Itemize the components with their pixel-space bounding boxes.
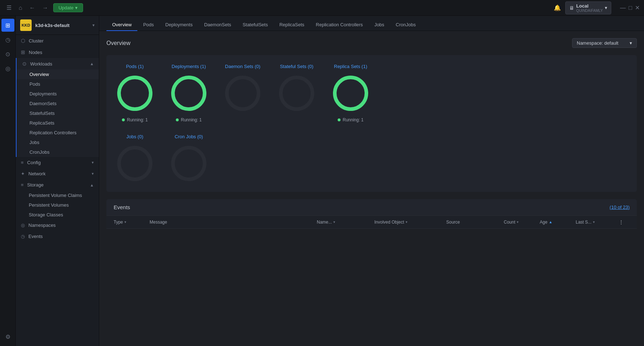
sidebar-child-replicasets[interactable]: ReplicaSets: [17, 118, 99, 128]
col-header-involved[interactable]: Involved Object ▾: [374, 220, 446, 225]
sidebar-item-namespaces[interactable]: ◎ Namespaces: [16, 220, 99, 231]
bell-icon[interactable]: 🔔: [554, 4, 561, 11]
col-header-name[interactable]: Name... ▾: [317, 220, 374, 225]
col-header-age[interactable]: Age ▲: [540, 220, 576, 225]
col-header-last[interactable]: Last S... ▾: [576, 220, 619, 225]
namespace-chevron-icon: ▾: [630, 40, 632, 46]
icon-sidebar-item-3[interactable]: ⊙: [1, 48, 14, 60]
sidebar-item-storage[interactable]: ≡ Storage ▲: [16, 179, 99, 190]
col-header-type[interactable]: Type ▾: [114, 220, 150, 225]
events-icon: ◷: [21, 234, 25, 239]
col-header-count[interactable]: Count ▾: [504, 220, 540, 225]
chart-jobs-title[interactable]: Jobs (0): [127, 134, 143, 139]
sidebar-events-label: Events: [28, 234, 43, 239]
events-count-link[interactable]: 23: [623, 205, 628, 210]
update-chevron: ▾: [75, 5, 78, 10]
chart-cronjobs-title[interactable]: Cron Jobs (0): [175, 134, 203, 139]
tab-overview[interactable]: Overview: [106, 19, 137, 31]
titlebar-right: 🔔 🖥 Local QUINDAIFAMLY ▾ — □ ✕: [554, 1, 640, 14]
charts-grid: Pods (1) Running: 1: [106, 55, 637, 192]
chart-deployments-title[interactable]: Deployments (1): [172, 64, 206, 69]
age-sort-icon: ▲: [549, 220, 552, 224]
tab-jobs[interactable]: Jobs: [369, 19, 390, 31]
more-options-icon[interactable]: ⋮: [619, 219, 624, 225]
restore-button[interactable]: □: [629, 5, 632, 11]
tab-replication-controllers[interactable]: Replication Controllers: [310, 19, 369, 31]
svg-point-8: [119, 148, 151, 179]
sidebar-child-pv[interactable]: Persistent Volumes: [16, 200, 99, 210]
main-layout: ⊞ ◷ ⊙ ◎ ⚙ KKD k3d-k3s-default ▾ ⬡ Cluste…: [0, 16, 644, 346]
icon-sidebar-item-2[interactable]: ◷: [1, 33, 14, 46]
events-title: Events: [114, 204, 130, 210]
selector-chevron-icon: ▾: [605, 5, 607, 10]
sidebar-child-storage-classes[interactable]: Storage Classes: [16, 210, 99, 220]
donut-deployments: [169, 73, 209, 113]
local-cluster-selector[interactable]: 🖥 Local QUINDAIFAMLY ▾: [565, 1, 612, 14]
home-button[interactable]: ⌂: [17, 4, 24, 12]
sidebar-child-jobs[interactable]: Jobs: [17, 138, 99, 147]
workloads-icon: ⊙: [22, 61, 27, 67]
donut-cronjobs: [169, 144, 209, 183]
chart-statefulsets-title[interactable]: Stateful Sets (0): [280, 64, 313, 69]
col-last-label: Last S...: [576, 220, 592, 225]
sidebar-child-cronjobs[interactable]: CronJobs: [17, 147, 99, 157]
tab-daemonsets[interactable]: DaemonSets: [198, 19, 237, 31]
sidebar-item-nodes[interactable]: ⊞ Nodes: [16, 46, 99, 58]
chart-replicasets-title[interactable]: Replica Sets (1): [334, 64, 367, 69]
titlebar: ☰ ⌂ ← → Update ▾ 🔔 🖥 Local QUINDAIFAMLY …: [0, 0, 644, 16]
tab-pods[interactable]: Pods: [137, 19, 160, 31]
close-button[interactable]: ✕: [635, 4, 640, 11]
sidebar-child-overview[interactable]: Overview: [17, 69, 99, 79]
update-label: Update: [59, 5, 74, 10]
back-button[interactable]: ←: [27, 4, 37, 12]
chart-daemonsets-title[interactable]: Daemon Sets (0): [225, 64, 260, 69]
sidebar-child-pods[interactable]: Pods: [17, 79, 99, 89]
forward-button[interactable]: →: [40, 4, 50, 12]
sidebar-item-network[interactable]: ✦ Network ▾: [16, 168, 99, 179]
svg-point-4: [227, 77, 259, 109]
namespace-label: Namespace: default: [577, 40, 618, 46]
name-sort-icon: ▾: [333, 220, 335, 224]
namespaces-icon: ◎: [21, 223, 25, 228]
tab-statefulsets[interactable]: StatefulSets: [237, 19, 274, 31]
sidebar-cluster-label: Cluster: [29, 38, 44, 44]
icon-sidebar-grid[interactable]: ⊞: [1, 19, 14, 32]
minimize-button[interactable]: —: [620, 5, 626, 11]
main-content: Overview Namespace: default ▾ Pods (1): [99, 31, 644, 346]
donut-statefulsets: [277, 73, 316, 113]
svg-point-7: [335, 77, 366, 109]
col-message-label: Message: [150, 220, 167, 225]
update-button[interactable]: Update ▾: [53, 3, 83, 12]
chart-pods-title[interactable]: Pods (1): [126, 64, 143, 69]
svg-point-1: [119, 77, 151, 109]
sidebar-child-statefulsets[interactable]: StatefulSets: [17, 108, 99, 118]
donut-jobs: [115, 144, 155, 183]
tab-replicasets[interactable]: ReplicaSets: [274, 19, 310, 31]
cluster-header[interactable]: KKD k3d-k3s-default ▾: [16, 16, 99, 35]
gear-icon[interactable]: ⚙: [1, 330, 14, 343]
sidebar-child-pvc[interactable]: Persistent Volume Claims: [16, 190, 99, 200]
col-header-actions[interactable]: ⋮: [619, 219, 630, 225]
tab-cronjobs[interactable]: CronJobs: [390, 19, 422, 31]
sidebar-child-replication-controllers[interactable]: Replication Controllers: [17, 128, 99, 138]
col-age-label: Age: [540, 220, 547, 225]
replicasets-running-label: Running: 1: [343, 117, 364, 122]
local-sub: QUINDAIFAMLY: [576, 9, 603, 13]
cluster-name: k3d-k3s-default: [35, 23, 89, 28]
sidebar-child-deployments[interactable]: Deployments: [17, 89, 99, 99]
svg-point-3: [173, 77, 205, 109]
sidebar-item-workloads[interactable]: ⊙ Workloads ▲: [17, 58, 99, 69]
page-title: Overview: [106, 40, 131, 46]
chart-statefulsets: Stateful Sets (0): [277, 64, 316, 122]
tab-deployments[interactable]: Deployments: [160, 19, 198, 31]
sidebar-child-daemonsets[interactable]: DaemonSets: [17, 99, 99, 108]
events-section: Events (10 of 23) Type ▾ Message Name...: [106, 199, 637, 229]
sidebar-item-cluster[interactable]: ⬡ Cluster: [16, 35, 99, 46]
sidebar-item-events[interactable]: ◷ Events: [16, 231, 99, 242]
hamburger-button[interactable]: ☰: [4, 4, 14, 12]
namespace-selector[interactable]: Namespace: default ▾: [572, 38, 637, 48]
nodes-icon: ⊞: [21, 49, 25, 55]
sidebar-item-config[interactable]: ≡ Config ▾: [16, 157, 99, 168]
icon-sidebar-item-4[interactable]: ◎: [1, 62, 14, 75]
col-source-label: Source: [446, 220, 460, 225]
